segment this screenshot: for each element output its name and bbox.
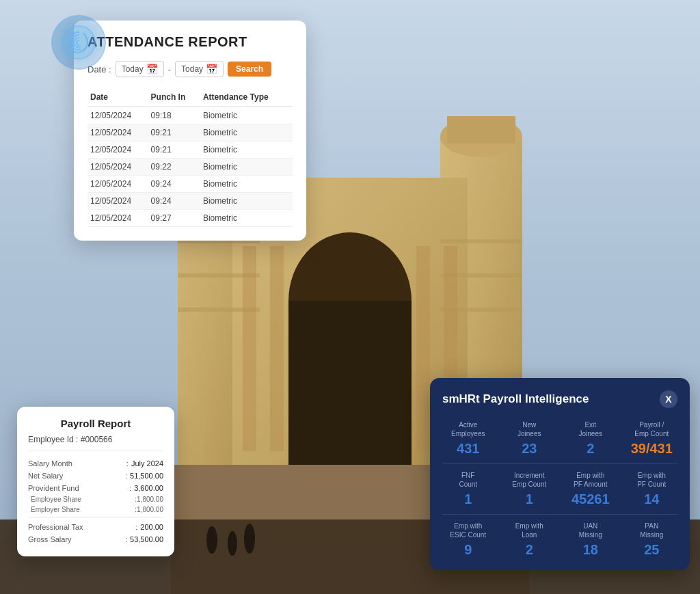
cell-type: Biometric bbox=[200, 210, 293, 227]
cell-punchin: 09:18 bbox=[148, 107, 200, 124]
svg-point-32 bbox=[62, 26, 95, 59]
esic-count-value: 9 bbox=[442, 542, 494, 558]
intel-divider-1 bbox=[442, 463, 677, 464]
cell-punchin: 09:24 bbox=[148, 193, 200, 210]
col-punchin: Punch In bbox=[148, 88, 200, 107]
attendance-report-card: ATTENDANCE REPORT Date : Today 📅 - Today… bbox=[74, 21, 306, 241]
active-employees-value: 431 bbox=[442, 441, 494, 457]
intel-new-joinees: NewJoinees 23 bbox=[504, 420, 556, 457]
provident-fund-label: Provident Fund bbox=[28, 484, 126, 492]
date-from-input[interactable]: Today 📅 bbox=[116, 61, 164, 77]
payroll-report-card: Payroll Report Employee Id : #000566 Sal… bbox=[17, 407, 174, 556]
cell-date: 12/05/2024 bbox=[88, 107, 148, 124]
esic-count-label: Emp withESIC Count bbox=[442, 522, 494, 539]
employee-share-label: Employee Share bbox=[31, 496, 135, 503]
cell-punchin: 09:21 bbox=[148, 141, 200, 159]
fnf-count-value: 1 bbox=[442, 491, 494, 507]
cell-type: Biometric bbox=[200, 193, 293, 210]
pan-missing-label: PANMissing bbox=[626, 522, 678, 539]
net-salary-row: Net Salary : 51,500.00 bbox=[28, 470, 163, 482]
employee-id-value: #000566 bbox=[81, 435, 113, 444]
cell-date: 12/05/2024 bbox=[88, 210, 148, 227]
svg-rect-18 bbox=[270, 246, 284, 451]
intel-loan: Emp withLoan 2 bbox=[504, 522, 556, 558]
fnf-count-label: FNFCount bbox=[442, 471, 494, 489]
employer-share-value: 1,800.00 bbox=[137, 506, 163, 513]
cell-date: 12/05/2024 bbox=[88, 176, 148, 193]
payroll-emp-count-value: 39/431 bbox=[626, 441, 678, 457]
increment-emp-value: 1 bbox=[504, 491, 556, 507]
svg-rect-8 bbox=[447, 116, 515, 144]
net-salary-value: 51,500.00 bbox=[130, 472, 163, 480]
uan-missing-value: 18 bbox=[565, 542, 617, 558]
employee-share-value: 1,800.00 bbox=[137, 496, 163, 503]
intel-pan-missing: PANMissing 25 bbox=[626, 522, 678, 558]
loan-label: Emp withLoan bbox=[504, 522, 556, 539]
cell-type: Biometric bbox=[200, 124, 293, 141]
cell-type: Biometric bbox=[200, 159, 293, 176]
net-salary-label: Net Salary bbox=[28, 472, 122, 480]
salary-month-label: Salary Month bbox=[28, 459, 124, 468]
gross-salary-value: 53,500.00 bbox=[130, 535, 163, 543]
date-filter-row: Date : Today 📅 - Today 📅 Search bbox=[88, 61, 293, 77]
svg-point-24 bbox=[228, 531, 237, 556]
cell-punchin: 09:27 bbox=[148, 210, 200, 227]
attendance-table: Date Punch In Attendance Type 12/05/2024… bbox=[88, 88, 293, 227]
employee-id-row: Employee Id : #000566 bbox=[28, 435, 163, 450]
svg-point-23 bbox=[206, 526, 217, 554]
cell-punchin: 09:22 bbox=[148, 159, 200, 176]
table-row: 12/05/2024 09:21 Biometric bbox=[88, 141, 293, 159]
table-row: 12/05/2024 09:21 Biometric bbox=[88, 124, 293, 141]
professional-tax-label: Professional Tax bbox=[28, 523, 133, 531]
col-type: Attendance Type bbox=[200, 88, 293, 107]
table-row: 12/05/2024 09:27 Biometric bbox=[88, 210, 293, 227]
payroll-intel-card: smHRt Payroll Intelligence X ActiveEmplo… bbox=[430, 378, 690, 570]
professional-tax-row: Professional Tax : 200.00 bbox=[28, 521, 163, 533]
intel-title: smHRt Payroll Intelligence bbox=[442, 392, 589, 406]
provident-fund-row: Provident Fund : 3,600.00 bbox=[28, 482, 163, 494]
intel-payroll-emp-count: Payroll /Emp Count 39/431 bbox=[626, 420, 678, 457]
date-to-input[interactable]: Today 📅 bbox=[175, 61, 224, 77]
intel-esic-count: Emp withESIC Count 9 bbox=[442, 522, 494, 558]
cell-punchin: 09:21 bbox=[148, 124, 200, 141]
new-joinees-label: NewJoinees bbox=[504, 420, 556, 438]
employer-share-row: Employer Share : 1,800.00 bbox=[28, 504, 163, 515]
payroll-emp-count-label: Payroll /Emp Count bbox=[626, 420, 678, 438]
fingerprint-icon bbox=[51, 15, 106, 70]
svg-rect-19 bbox=[416, 246, 430, 451]
cell-date: 12/05/2024 bbox=[88, 141, 148, 159]
pf-amount-value: 45261 bbox=[565, 491, 617, 507]
employee-id-label: Employee Id bbox=[28, 435, 74, 444]
close-button[interactable]: X bbox=[660, 390, 677, 408]
table-row: 12/05/2024 09:24 Biometric bbox=[88, 176, 293, 193]
cell-punchin: 09:24 bbox=[148, 176, 200, 193]
provident-fund-value: 3,600.00 bbox=[134, 484, 163, 492]
date-separator: - bbox=[168, 64, 171, 75]
table-row: 12/05/2024 09:22 Biometric bbox=[88, 159, 293, 176]
svg-rect-10 bbox=[288, 301, 412, 465]
calendar-to-icon[interactable]: 📅 bbox=[206, 64, 217, 75]
table-row: 12/05/2024 09:24 Biometric bbox=[88, 193, 293, 210]
intel-grid-row2: FNFCount 1 IncrementEmp Count 1 Emp with… bbox=[442, 471, 677, 507]
salary-month-value: July 2024 bbox=[131, 459, 163, 468]
salary-month-row: Salary Month : July 2024 bbox=[28, 457, 163, 470]
cell-date: 12/05/2024 bbox=[88, 159, 148, 176]
calendar-from-icon[interactable]: 📅 bbox=[146, 64, 158, 75]
employer-share-label: Employer Share bbox=[31, 506, 135, 513]
intel-uan-missing: UANMissing 18 bbox=[565, 522, 617, 558]
payroll-divider bbox=[28, 517, 163, 518]
intel-divider-2 bbox=[442, 514, 677, 515]
intel-increment-emp: IncrementEmp Count 1 bbox=[504, 471, 556, 507]
pf-amount-label: Emp withPF Amount bbox=[565, 471, 617, 489]
cell-date: 12/05/2024 bbox=[88, 124, 148, 141]
cell-type: Biometric bbox=[200, 176, 293, 193]
table-row: 12/05/2024 09:18 Biometric bbox=[88, 107, 293, 124]
search-button[interactable]: Search bbox=[228, 62, 271, 77]
active-employees-label: ActiveEmployees bbox=[442, 420, 494, 438]
svg-rect-17 bbox=[243, 246, 256, 451]
intel-grid-row3: Emp withESIC Count 9 Emp withLoan 2 UANM… bbox=[442, 522, 677, 558]
exit-joinees-label: ExitJoinees bbox=[565, 420, 617, 438]
cell-type: Biometric bbox=[200, 141, 293, 159]
payroll-report-title: Payroll Report bbox=[28, 418, 163, 429]
gross-salary-row: Gross Salary : 53,500.00 bbox=[28, 533, 163, 545]
